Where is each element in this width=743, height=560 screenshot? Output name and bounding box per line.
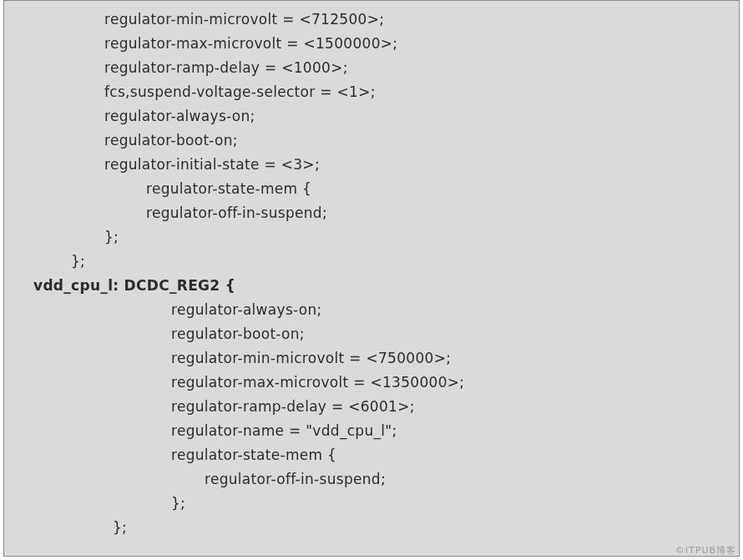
code-line: }; [4, 516, 739, 540]
code-line: regulator-boot-on; [4, 129, 739, 153]
code-line: }; [4, 225, 739, 250]
code-line: regulator-name = "vdd_cpu_l"; [4, 419, 739, 443]
code-line: fcs,suspend-voltage-selector = <1>; [4, 80, 739, 104]
code-line: regulator-max-microvolt = <1350000>; [4, 371, 739, 395]
code-line-bold: vdd_cpu_l: DCDC_REG2 { [4, 274, 739, 298]
code-line: regulator-max-microvolt = <1500000>; [4, 32, 739, 56]
code-block: regulator-min-microvolt = <712500>; regu… [3, 0, 740, 557]
code-line: regulator-min-microvolt = <712500>; [4, 8, 739, 32]
code-line: regulator-min-microvolt = <750000>; [4, 346, 739, 371]
code-line: regulator-off-in-suspend; [4, 201, 739, 225]
code-line: }; [4, 492, 739, 516]
code-line: regulator-state-mem { [4, 443, 739, 467]
code-line: regulator-state-mem { [4, 177, 739, 201]
code-line: regulator-off-in-suspend; [4, 467, 739, 492]
code-line: regulator-boot-on; [4, 322, 739, 346]
code-line: regulator-always-on; [4, 298, 739, 322]
code-line: regulator-initial-state = <3>; [4, 153, 739, 177]
code-line: regulator-ramp-delay = <6001>; [4, 395, 739, 419]
code-line: regulator-ramp-delay = <1000>; [4, 56, 739, 80]
code-line: }; [4, 250, 739, 274]
code-line: regulator-always-on; [4, 104, 739, 129]
